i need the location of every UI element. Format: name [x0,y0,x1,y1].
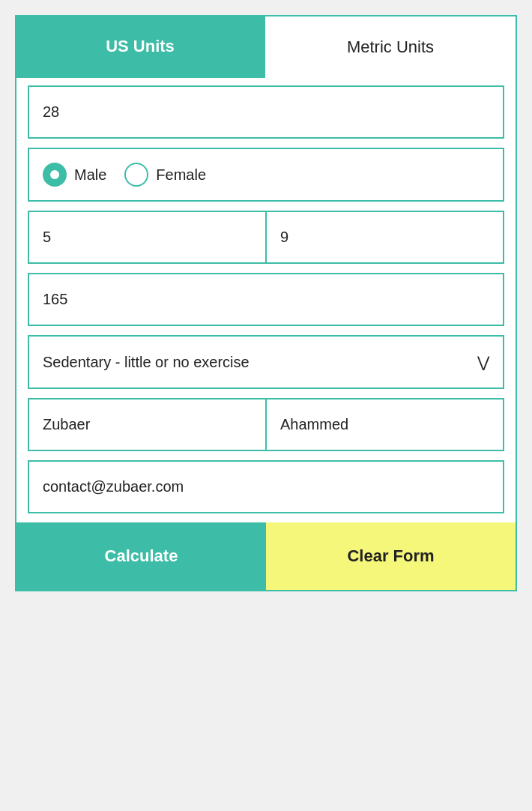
calculate-button[interactable]: Calculate [16,522,266,590]
age-input[interactable] [29,87,503,137]
email-field [28,460,504,513]
email-input[interactable] [29,462,503,512]
calculator-wrapper: US Units Metric Units Male Female [15,15,517,591]
tab-bar: US Units Metric Units [15,15,517,78]
clear-form-button[interactable]: Clear Form [266,522,516,590]
female-radio[interactable] [124,163,148,187]
height-feet-input[interactable] [29,212,265,262]
name-field [28,398,504,451]
activity-dropdown[interactable]: Sedentary - little or no exercise ⋁ [28,335,504,389]
female-option[interactable]: Female [124,163,206,187]
activity-value: Sedentary - little or no exercise [43,354,250,371]
age-field [28,85,504,139]
female-label: Female [156,166,206,184]
chevron-down-icon: ⋁ [477,353,489,371]
gender-field: Male Female [28,148,504,202]
last-name-input[interactable] [267,400,503,450]
tab-us-units[interactable]: US Units [15,15,265,78]
weight-field [28,273,504,326]
height-inches-input[interactable] [267,212,503,262]
weight-input[interactable] [29,274,503,325]
male-option[interactable]: Male [43,163,106,187]
height-field [28,211,504,264]
action-bar: Calculate Clear Form [16,522,516,590]
first-name-input[interactable] [29,400,265,450]
tab-metric-units[interactable]: Metric Units [265,15,517,78]
form-container: Male Female Sedentary - little or no exe… [15,78,517,591]
male-radio[interactable] [43,163,67,187]
male-label: Male [74,166,106,184]
form-body: Male Female Sedentary - little or no exe… [16,78,516,513]
